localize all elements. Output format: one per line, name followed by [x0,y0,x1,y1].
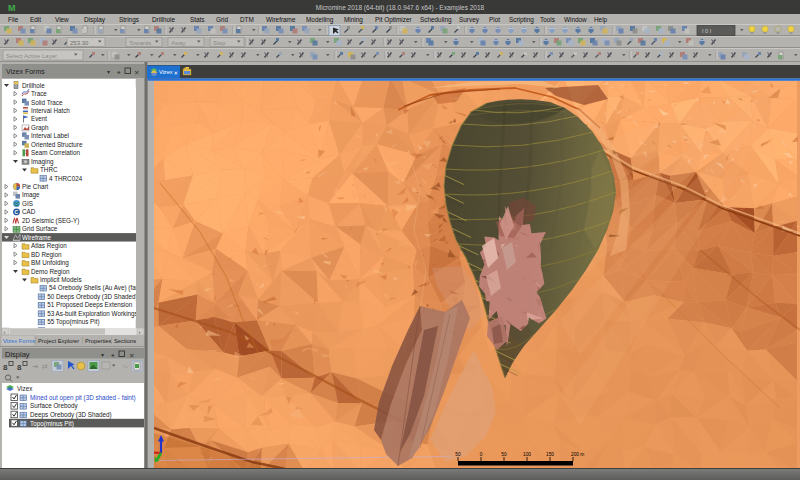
svg-text:Tools: Tools [540,16,555,23]
svg-text:253.30: 253.30 [70,40,89,46]
svg-text:Graph: Graph [31,124,49,132]
svg-text:Wireframe: Wireframe [22,234,52,241]
svg-text:✕: ✕ [129,352,134,359]
svg-text:File: File [8,16,19,23]
svg-text:⇥: ⇥ [32,363,38,370]
svg-text:Topo(minus Pit): Topo(minus Pit) [30,420,74,428]
svg-text:↷: ↷ [122,364,128,371]
svg-text:50: 50 [501,452,507,457]
svg-text:✕: ✕ [134,69,139,76]
svg-text:Pit Optimizer: Pit Optimizer [375,16,412,24]
svg-text:Interval Label: Interval Label [31,132,69,139]
svg-text:DTM: DTM [240,16,254,23]
svg-text:I 0 I: I 0 I [702,28,712,34]
svg-text:Towards: Towards [129,40,151,46]
svg-text:50: 50 [455,452,461,457]
svg-text:Strings: Strings [119,16,139,24]
svg-text:Away: Away [171,40,186,46]
svg-text:8: 8 [3,363,8,372]
svg-text:Grid: Grid [216,16,229,23]
svg-text:100: 100 [523,452,531,457]
svg-text:Vizex Forms: Vizex Forms [6,68,45,75]
svg-text:200 m: 200 m [571,452,584,457]
svg-text:Window: Window [564,16,587,23]
svg-text:▾: ▾ [107,69,110,75]
svg-text:Implicit Models: Implicit Models [40,276,82,284]
svg-text:Edit: Edit [30,16,41,23]
svg-text:51 Proposed Deeps Extension: 51 Proposed Deeps Extension [47,301,133,309]
svg-text:Wireframe: Wireframe [266,16,296,23]
svg-text:Mined out open pit (3D shaded: Mined out open pit (3D shaded - faint) [30,394,136,402]
svg-text:Imaging: Imaging [31,158,54,166]
svg-text:Stats: Stats [190,16,205,23]
svg-text:2D Seismic (SEG-Y): 2D Seismic (SEG-Y) [22,217,79,225]
svg-text:Display: Display [84,16,106,24]
svg-text:Oriented Structure: Oriented Structure [31,141,83,148]
svg-text:Surface Orebody: Surface Orebody [30,402,78,410]
svg-text:C: C [15,209,19,215]
svg-text:CAD: CAD [22,208,36,215]
svg-text:4 THRC024: 4 THRC024 [49,175,83,182]
svg-text:Vizex: Vizex [17,385,33,392]
svg-text:Scripting: Scripting [509,16,534,24]
svg-text:Plot: Plot [489,16,500,23]
svg-text:Select Active Layer: Select Active Layer [6,53,57,59]
svg-text:Sections: Sections [114,338,136,344]
svg-text:0: 0 [480,452,483,457]
svg-text:BD Region: BD Region [31,251,62,259]
svg-text:Grid Surface: Grid Surface [22,225,58,232]
svg-text:GIS: GIS [22,200,33,207]
svg-text:Step: Step [213,40,226,46]
svg-text:Seam Correlation: Seam Correlation [31,149,80,156]
svg-text:⇄: ⇄ [42,363,48,370]
svg-text:Mining: Mining [344,16,363,24]
svg-text:Project Explorer: Project Explorer [38,338,79,344]
svg-text:Atlas Region: Atlas Region [31,242,67,250]
svg-text:Solid Trace: Solid Trace [31,99,63,106]
svg-text:Display: Display [5,350,30,359]
svg-text:Demo Region: Demo Region [31,268,70,276]
svg-text:Image: Image [22,191,40,199]
svg-text:M: M [8,3,16,13]
svg-text:Properties: Properties [85,338,112,344]
svg-text:›: › [139,329,141,335]
svg-text:Interval Hatch: Interval Hatch [31,107,70,114]
svg-text:BM Unfolding: BM Unfolding [31,259,69,267]
svg-text:Vizex: Vizex [159,69,173,75]
svg-text:View: View [55,16,69,23]
svg-text:THRC: THRC [40,166,58,173]
svg-text:54 Orebody Shells (Au Ave) (fa: 54 Orebody Shells (Au Ave) (faint) [49,284,144,292]
svg-text:Modelling: Modelling [306,16,334,24]
svg-text:Drillhole: Drillhole [22,82,45,89]
svg-text:Scheduling: Scheduling [420,16,452,24]
svg-text:Event: Event [31,115,47,122]
svg-text:‹: ‹ [4,329,6,335]
svg-text:Pie Chart: Pie Chart [22,183,48,190]
svg-text:▾: ▾ [101,352,104,358]
svg-text:50 Deeps Orebody (3D Shaded): 50 Deeps Orebody (3D Shaded) [47,293,137,301]
svg-text:⚹: ⚹ [111,352,115,358]
svg-text:Drillhole: Drillhole [152,16,176,23]
svg-text:Trace: Trace [31,90,47,97]
svg-text:⚹: ⚹ [117,69,121,75]
svg-text:Deeps Orebody (3D Shaded): Deeps Orebody (3D Shaded) [30,411,112,419]
svg-text:Vizex Forms: Vizex Forms [3,338,35,344]
svg-text:Help: Help [594,16,608,24]
svg-text:Survey: Survey [459,16,480,24]
svg-text:Micromine 2018 (64-bit) (18.0.: Micromine 2018 (64-bit) (18.0.947.6 x64)… [316,4,485,12]
svg-text:150: 150 [546,452,554,457]
svg-text:8: 8 [17,363,22,372]
svg-text:55 Topo(minus Pit): 55 Topo(minus Pit) [47,318,99,326]
svg-text:✕: ✕ [174,70,179,76]
